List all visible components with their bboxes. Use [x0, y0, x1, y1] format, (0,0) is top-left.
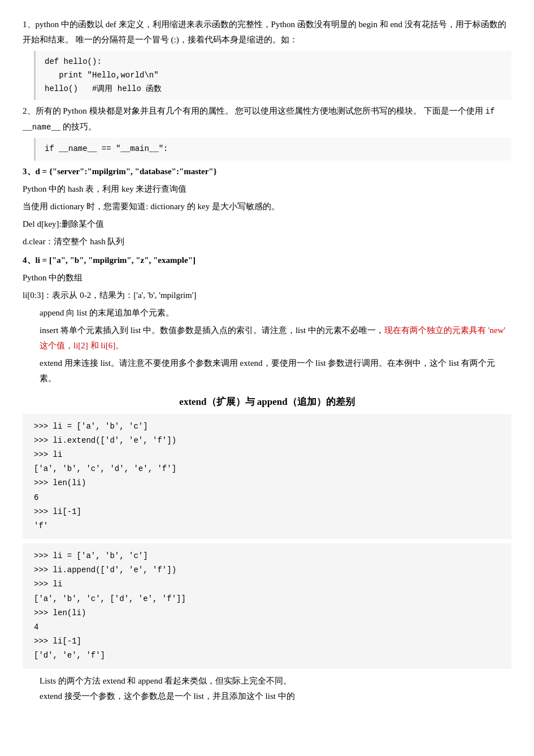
section5-footer: Lists 的两个方法 extend 和 append 看起来类似，但实际上完全…	[40, 673, 511, 704]
section2-code: if __name__ == "__main__":	[34, 138, 511, 161]
section3-p2: 当使用 dictionary 时，您需要知道: dictionary 的 key…	[23, 199, 511, 214]
section4-p2: li[0:3]：表示从 0-2，结果为：['a', 'b', 'mpilgrim…	[23, 288, 511, 303]
section4-indent1: append 向 list 的末尾追加单个元素。	[40, 305, 511, 321]
section4-heading: 4、li = ["a", "b", "mpilgrim", "z", "exam…	[23, 253, 511, 268]
section3-heading: 3、d = {"server":"mpilgrim", "database":"…	[23, 164, 511, 179]
section4-indent3: extend 用来连接 list。请注意不要使用多个参数来调用 extend，要…	[40, 356, 511, 386]
section1-text: 1、python 中的函数以 def 来定义，利用缩进来表示函数的完整性，Pyt…	[23, 17, 511, 47]
section4-p1: Python 中的数组	[23, 270, 511, 286]
section2-text: 2、所有的 Python 模块都是对象并且有几个有用的属性。 您可以使用这些属性…	[23, 103, 511, 134]
repl-extend-example: >>> li = ['a', 'b', 'c'] >>> li.extend([…	[23, 414, 511, 539]
repl-append-example: >>> li = ['a', 'b', 'c'] >>> li.append([…	[23, 543, 511, 669]
main-content: 1、python 中的函数以 def 来定义，利用缩进来表示函数的完整性，Pyt…	[23, 17, 511, 704]
section4-indent2: insert 将单个元素插入到 list 中。数值参数是插入点的索引。请注意，l…	[40, 323, 511, 353]
section3-p1: Python 中的 hash 表，利用 key 来进行查询值	[23, 182, 511, 197]
highlight-text: 现在有两个独立的元素具有 'new' 这个值，li[2] 和 li[6]。	[40, 326, 505, 350]
extend-append-heading: extend（扩展）与 append（追加）的差别	[23, 395, 511, 408]
section3-p3: Del d[key]:删除某个值	[23, 217, 511, 232]
section3-p4: d.clear：清空整个 hash 队列	[23, 234, 511, 249]
section1-code: def hello(): print "Hello,world\n" hello…	[34, 51, 511, 100]
